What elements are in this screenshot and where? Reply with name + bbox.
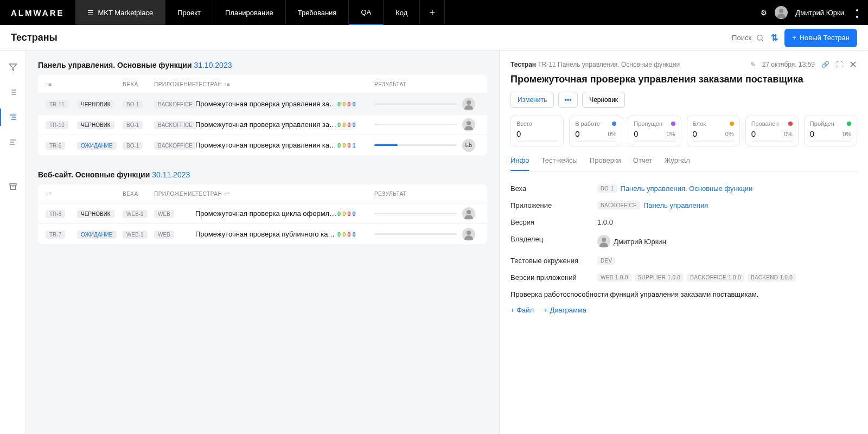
status-dot: [730, 122, 734, 126]
list-icon[interactable]: [7, 86, 20, 99]
nav-планирование[interactable]: Планирование: [213, 0, 286, 25]
attach-diagram-link[interactable]: + Диаграмма: [544, 306, 586, 314]
progress-bar: [374, 124, 457, 125]
more-actions-button[interactable]: •••: [558, 92, 578, 108]
svg-point-1: [757, 35, 762, 40]
table-row[interactable]: TR-11ЧЕРНОВИКBO-1BACKOFFICEПромежуточная…: [38, 93, 487, 114]
info-value: BO-1 Панель управления. Основные функции: [597, 184, 752, 193]
svg-line-2: [762, 40, 763, 41]
user-name: Дмитрий Юрки: [795, 9, 844, 17]
result-dot: 0: [342, 122, 346, 128]
svg-point-22: [602, 238, 606, 242]
svg-point-0: [779, 9, 783, 13]
col-result[interactable]: РЕЗУЛЬТАТ: [369, 191, 462, 197]
stat-value: 0: [575, 129, 579, 138]
stat-card: Блок00%: [687, 116, 740, 146]
stat-card: Пропущен00%: [628, 116, 681, 146]
stat-label: Пройден: [810, 120, 834, 127]
status-dot: [847, 122, 851, 126]
testrun-name: Промежуточная проверка управления катал.…: [195, 141, 337, 149]
link-icon[interactable]: 🔗: [821, 61, 829, 68]
testrun-id: TR-6: [46, 142, 65, 150]
svg-point-18: [467, 100, 471, 105]
col-veha[interactable]: ВЕХА: [123, 191, 154, 197]
owner-avatar: [462, 98, 475, 111]
info-value: BACKOFFICE Панель управления: [597, 201, 708, 209]
progress-bar: [374, 213, 457, 214]
align-left-icon[interactable]: [7, 136, 20, 149]
group-date[interactable]: 31.10.2023: [194, 61, 232, 69]
detail-description: Проверка работоспособности функций управ…: [510, 290, 857, 298]
tab-отчет[interactable]: Отчет: [633, 156, 653, 171]
result-dot: 0: [347, 210, 350, 217]
nav-qa[interactable]: QA: [349, 0, 384, 25]
nav-требования[interactable]: Требования: [286, 0, 349, 25]
col-app[interactable]: ПРИЛОЖЕНИЕ: [154, 81, 195, 87]
progress-bar: [374, 144, 457, 146]
settings-icon[interactable]: ⚙: [761, 9, 767, 17]
tab-журнал[interactable]: Журнал: [664, 156, 690, 171]
tab-проверки[interactable]: Проверки: [590, 156, 621, 171]
table-row[interactable]: TR-7ОЖИДАНИЕWEB-1WEBПромежуточная провер…: [38, 224, 487, 244]
attach-file-link[interactable]: + Файл: [510, 306, 534, 314]
col-app[interactable]: ПРИЛОЖЕНИЕ: [154, 191, 195, 197]
topbar: ALMWARE ☰ MKT Marketplace ПроектПланиров…: [0, 0, 868, 25]
main-content: Панель управления. Основные функции 31.1…: [26, 51, 499, 434]
stat-percent: 0%: [667, 131, 675, 137]
result-dot: 0: [352, 231, 355, 238]
group-date[interactable]: 30.11.2023: [152, 170, 190, 179]
status-badge: ОЖИДАНИЕ: [77, 142, 117, 150]
table-row[interactable]: TR-8ЧЕРНОВИКWEB-1WEBПромежуточная провер…: [38, 203, 487, 224]
detail-title: Промежуточная проверка управления заказа…: [510, 74, 857, 85]
testrun-name: Промежуточная проверка публичного катал.…: [195, 230, 337, 238]
info-value: WEB 1.0.0 SUPPLIER 1.0.0 BACKOFFICE 1.0.…: [597, 273, 796, 282]
user-avatar[interactable]: [775, 6, 788, 19]
progress-bar: [374, 103, 457, 105]
expand-icon[interactable]: ⛶: [836, 61, 843, 68]
sort-icon[interactable]: ↑≡: [46, 81, 77, 87]
table-row[interactable]: TR-10ЧЕРНОВИКBO-1BACKOFFICEПромежуточная…: [38, 114, 487, 135]
app-tag: BACKOFFICE: [154, 142, 196, 150]
testrun-id: TR-10: [46, 121, 68, 129]
nav-project[interactable]: ☰ MKT Marketplace: [75, 0, 166, 25]
stat-value: 0: [751, 129, 756, 138]
table-row[interactable]: TR-6ОЖИДАНИЕBO-1BACKOFFICEПромежуточная …: [38, 135, 487, 155]
result-dot: 0: [347, 142, 350, 149]
tab-инфо[interactable]: Инфо: [510, 156, 529, 171]
info-label: Владелец: [510, 235, 597, 248]
col-testrun[interactable]: ТЕСТРАН ↑≡: [195, 81, 337, 87]
stat-card: Всего0: [510, 116, 564, 146]
status-badge-button[interactable]: Черновик: [582, 92, 625, 108]
plus-icon: +: [792, 34, 796, 42]
archive-icon[interactable]: [7, 180, 20, 193]
col-testrun[interactable]: ТЕСТРАН ↑≡: [195, 191, 337, 197]
app-link[interactable]: Панель управления: [643, 201, 708, 209]
nav-проект[interactable]: Проект: [165, 0, 213, 25]
search-icon[interactable]: [756, 34, 764, 42]
edit-date-icon[interactable]: ✎: [750, 61, 756, 68]
new-testrun-button[interactable]: + Новый Тестран: [784, 29, 857, 47]
group-title: Веб-сайт. Основные функции 30.11.2023: [38, 170, 487, 179]
veha-tag: BO-1: [123, 142, 143, 150]
nav-код[interactable]: Код: [384, 0, 420, 25]
nav-add[interactable]: +: [420, 0, 445, 25]
tab-тест-кейсы[interactable]: Тест-кейсы: [541, 156, 577, 171]
col-veha[interactable]: ВЕХА: [123, 81, 154, 87]
svg-marker-3: [9, 64, 16, 71]
align-right-icon[interactable]: [7, 111, 20, 124]
sidebar: [0, 51, 26, 434]
app-tag: BACKOFFICE: [154, 100, 196, 108]
sort-icon[interactable]: ⇅: [771, 33, 778, 43]
close-icon[interactable]: ✕: [849, 59, 857, 71]
info-label: Приложение: [510, 201, 597, 209]
sort-icon[interactable]: ↑≡: [46, 191, 77, 197]
col-result[interactable]: РЕЗУЛЬТАТ: [369, 81, 462, 87]
stat-label: Блок: [693, 120, 706, 127]
kebab-menu[interactable]: [852, 8, 860, 17]
filter-icon[interactable]: [7, 61, 20, 74]
edit-button[interactable]: Изменить: [510, 92, 554, 108]
result-dot: 0: [352, 122, 355, 128]
result-dot: 0: [337, 122, 341, 128]
veha-link[interactable]: Панель управления. Основные функции: [621, 184, 753, 193]
search-input[interactable]: [719, 34, 751, 42]
